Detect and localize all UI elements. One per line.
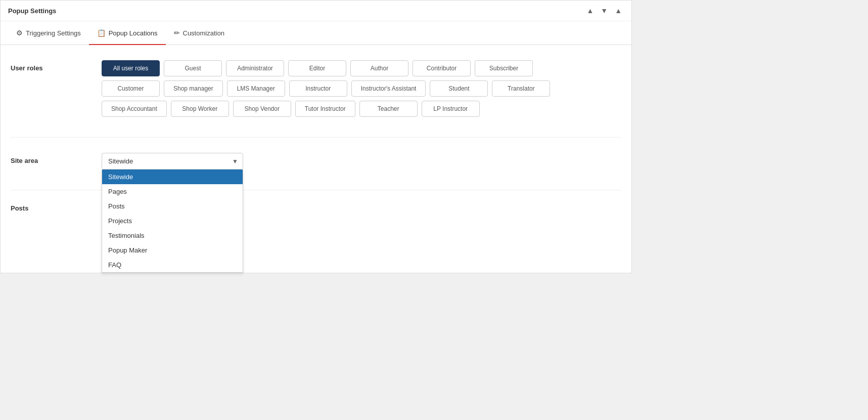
user-roles-label: User roles (11, 60, 102, 72)
roles-row-3: Shop Accountant Shop Worker Shop Vendor … (102, 101, 621, 117)
right-panel (737, 0, 868, 420)
role-subscriber[interactable]: Subscriber (475, 60, 533, 76)
role-shop-accountant[interactable]: Shop Accountant (102, 101, 167, 117)
tabs-bar: ⚙ Triggering Settings 📋 Popup Locations … (1, 21, 631, 45)
role-translator[interactable]: Translator (492, 80, 550, 97)
box-controls: ▲ ▼ ▲ (584, 6, 624, 16)
popup-settings-header: Popup Settings ▲ ▼ ▲ (1, 1, 631, 21)
dropdown-item-testimonials[interactable]: Testimonials (102, 228, 243, 243)
role-instructors-assistant[interactable]: Instructor's Assistant (351, 80, 426, 97)
role-author[interactable]: Author (350, 60, 408, 76)
user-roles-section: User roles All user roles Guest Administ… (11, 60, 621, 117)
popup-locations-icon: 📋 (97, 29, 106, 37)
role-tutor-instructor[interactable]: Tutor Instructor (295, 101, 355, 117)
role-lms-manager[interactable]: LMS Manager (227, 80, 285, 97)
role-lp-instructor[interactable]: LP Instructor (422, 101, 480, 117)
site-area-select[interactable]: Sitewide (102, 153, 243, 170)
role-instructor[interactable]: Instructor (289, 80, 347, 97)
site-area-section: Site area Sitewide ▼ Sitewide Pages Po (11, 137, 621, 170)
role-all-user-roles[interactable]: All user roles (102, 60, 160, 76)
role-shop-vendor[interactable]: Shop Vendor (233, 101, 291, 117)
roles-grid: All user roles Guest Administrator Edito… (102, 60, 621, 117)
expand-button[interactable]: ▲ (613, 6, 624, 16)
role-guest[interactable]: Guest (164, 60, 222, 76)
collapse-up-button[interactable]: ▲ (584, 6, 596, 16)
popup-settings-title: Popup Settings (8, 7, 56, 15)
tab-customization-label: Customization (183, 29, 224, 37)
customization-icon: ✏ (174, 29, 180, 37)
dropdown-item-sitewide[interactable]: Sitewide (102, 170, 243, 184)
roles-row-2: Customer Shop manager LMS Manager Instru… (102, 80, 621, 97)
role-shop-worker[interactable]: Shop Worker (171, 101, 229, 117)
collapse-down-button[interactable]: ▼ (599, 6, 610, 16)
posts-label: Posts (11, 200, 102, 212)
role-shop-manager[interactable]: Shop manager (164, 80, 223, 97)
site-area-selected-value: Sitewide (108, 157, 133, 165)
role-administrator[interactable]: Administrator (226, 60, 284, 76)
role-contributor[interactable]: Contributor (413, 60, 471, 76)
box-content: User roles All user roles Guest Administ… (1, 45, 631, 273)
dropdown-item-projects[interactable]: Projects (102, 214, 243, 228)
roles-row-1: All user roles Guest Administrator Edito… (102, 60, 621, 76)
dropdown-item-pages[interactable]: Pages (102, 184, 243, 199)
tab-triggering-label: Triggering Settings (26, 29, 81, 37)
site-area-content: Sitewide ▼ Sitewide Pages Posts Projects… (102, 153, 621, 170)
site-area-select-wrapper: Sitewide ▼ Sitewide Pages Posts Projects… (102, 153, 243, 170)
tab-popup-locations[interactable]: 📋 Popup Locations (89, 22, 166, 45)
dropdown-item-posts[interactable]: Posts (102, 199, 243, 214)
dropdown-item-popup-maker[interactable]: Popup Maker (102, 243, 243, 258)
gear-icon: ⚙ (16, 29, 23, 37)
tab-popup-locations-label: Popup Locations (109, 29, 158, 37)
user-roles-content: All user roles Guest Administrator Edito… (102, 60, 621, 117)
role-editor[interactable]: Editor (288, 60, 346, 76)
site-area-label: Site area (11, 153, 102, 164)
role-teacher[interactable]: Teacher (359, 101, 418, 117)
tab-customization[interactable]: ✏ Customization (166, 22, 233, 45)
role-customer[interactable]: Customer (102, 80, 160, 97)
dropdown-item-faq[interactable]: FAQ (102, 258, 243, 272)
site-area-dropdown: Sitewide Pages Posts Projects Testimonia… (102, 170, 243, 273)
role-student[interactable]: Student (430, 80, 488, 97)
tab-triggering-settings[interactable]: ⚙ Triggering Settings (8, 22, 89, 45)
